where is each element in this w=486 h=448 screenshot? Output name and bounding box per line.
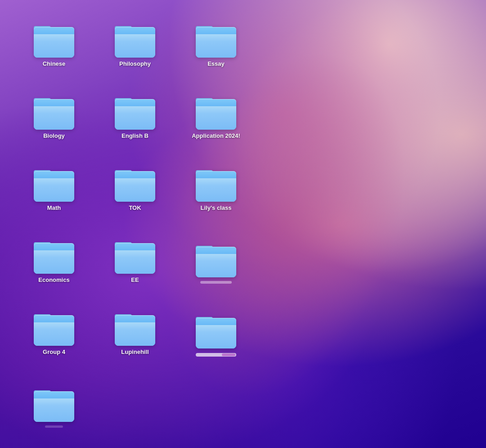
folder-icon-application-2024 <box>196 95 236 130</box>
folder-label-essay: Essay <box>207 60 225 68</box>
folder-essay[interactable]: Essay <box>176 19 256 72</box>
folder-icon-english-b <box>115 95 155 130</box>
scroll-thumb-row5-col3 <box>222 353 235 356</box>
folder-icon-biology <box>34 95 74 130</box>
folder-icon-tok <box>115 167 155 202</box>
folder-label-ee: EE <box>131 276 139 284</box>
folder-lupinehill[interactable]: Lupinehill <box>94 307 176 360</box>
folder-label-biology: Biology <box>43 132 65 140</box>
folder-label-tok: TOK <box>129 204 141 212</box>
folder-philosophy[interactable]: Philosophy <box>94 19 176 72</box>
folder-math[interactable]: Math <box>14 163 94 216</box>
folder-label-philosophy: Philosophy <box>119 60 151 68</box>
folder-label-lily-class: Lily's class <box>201 204 232 212</box>
folder-icon-lily-class <box>196 167 236 202</box>
folder-label-lupinehill: Lupinehill <box>121 348 148 356</box>
folder-icon-unnamed-row5-col3 <box>196 313 236 348</box>
folder-unnamed-row6-col1[interactable] <box>14 380 94 431</box>
folder-group4[interactable]: Group 4 <box>14 307 94 360</box>
scroll-indicator-row6-col1 <box>45 425 63 428</box>
folder-icon-chinese <box>34 23 74 58</box>
folder-icon-economics <box>34 239 74 274</box>
folder-label-economics: Economics <box>38 276 69 284</box>
folder-biology[interactable]: Biology <box>14 91 94 144</box>
folder-label-chinese: Chinese <box>43 60 66 68</box>
folder-icon-unnamed-row6-col1 <box>34 387 74 422</box>
folder-label-math: Math <box>47 204 61 212</box>
folder-economics[interactable]: Economics <box>14 235 94 288</box>
desktop-icons-area: Chinese Philosophy Essay <box>0 0 486 448</box>
folder-icon-essay <box>196 23 236 58</box>
folder-ee[interactable]: EE <box>94 235 176 288</box>
folder-icon-math <box>34 167 74 202</box>
folder-icon-lupinehill <box>115 311 155 346</box>
icons-grid: Chinese Philosophy Essay <box>14 9 472 441</box>
scroll-indicator-row4-col3 <box>200 281 232 284</box>
folder-lily-class[interactable]: Lily's class <box>176 163 256 216</box>
folder-unnamed-row4-col3[interactable] <box>176 235 256 287</box>
folder-icon-philosophy <box>115 23 155 58</box>
folder-tok[interactable]: TOK <box>94 163 176 216</box>
folder-application-2024[interactable]: Application 2024! <box>176 91 256 144</box>
folder-unnamed-row5-col3[interactable] <box>176 306 256 360</box>
folder-icon-ee <box>115 239 155 274</box>
folder-label-english-b: English B <box>122 132 148 140</box>
folder-icon-unnamed-row4-col3 <box>196 242 236 277</box>
folder-label-group4: Group 4 <box>43 348 65 356</box>
folder-chinese[interactable]: Chinese <box>14 19 94 72</box>
folder-label-application-2024: Application 2024! <box>192 132 240 140</box>
folder-english-b[interactable]: English B <box>94 91 176 144</box>
folder-icon-group4 <box>34 311 74 346</box>
scroll-bar-row5-col3 <box>196 353 236 357</box>
